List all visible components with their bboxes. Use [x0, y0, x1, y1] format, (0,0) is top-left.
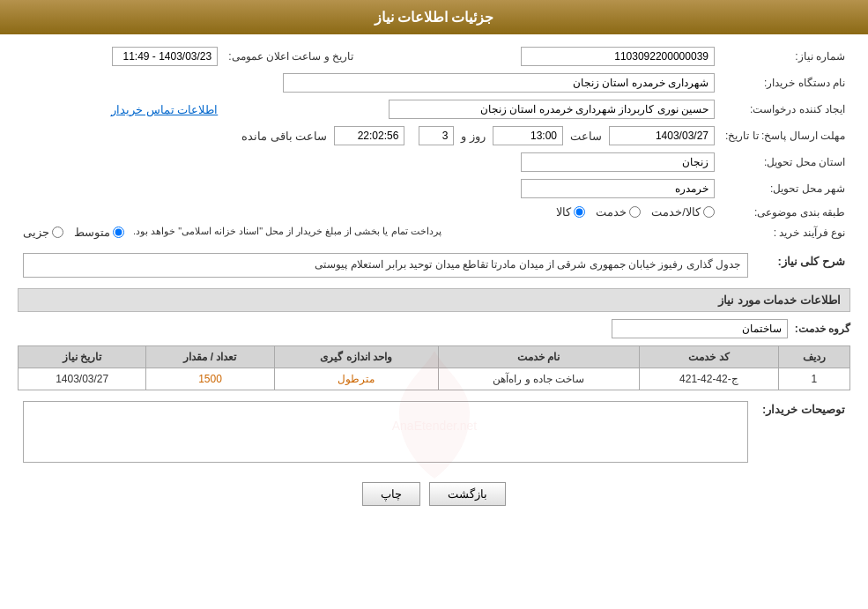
deadline-label: مهلت ارسال پاسخ: تا تاریخ: — [720, 123, 850, 149]
col-service-code: کد خدمت — [639, 346, 778, 368]
deadline-date-input[interactable] — [609, 126, 715, 145]
table-row: 1 ج-42-42-421 ساخت جاده و راه‌آهن مترطول… — [19, 368, 850, 390]
city-label: شهر محل تحویل: — [720, 175, 850, 202]
back-button[interactable]: بازگشت — [429, 482, 506, 506]
col-row-num: ردیف — [778, 346, 849, 368]
print-button[interactable]: چاپ — [362, 482, 420, 506]
deadline-time-label: ساعت — [570, 130, 602, 143]
request-number-label: شماره نیاز: — [720, 43, 850, 70]
purchase-type-jozi-label: جزیی — [23, 226, 49, 239]
deadline-time-input[interactable] — [493, 126, 563, 145]
category-kala[interactable]: کالا — [556, 205, 585, 219]
creator-input[interactable] — [389, 100, 715, 119]
cell-row-num: 1 — [778, 368, 849, 390]
buyer-org-input[interactable] — [283, 73, 715, 93]
page-title: جزئیات اطلاعات نیاز — [375, 10, 494, 25]
group-label: گروه خدمت: — [795, 323, 850, 335]
purchase-type-mottasat-label: متوسط — [74, 226, 110, 239]
city-input[interactable] — [521, 179, 715, 198]
purchase-type-label: نوع فرآیند خرید : — [720, 222, 850, 242]
date-input[interactable] — [112, 47, 218, 66]
purchase-type-jozi[interactable]: جزیی — [23, 226, 63, 239]
col-quantity: تعداد / مقدار — [146, 346, 274, 368]
services-section-header: اطلاعات خدمات مورد نیاز — [18, 288, 850, 312]
contact-link[interactable]: اطلاعات تماس خریدار — [111, 103, 218, 116]
description-box: جدول گذاری رفیوز خیابان جمهوری شرقی از م… — [23, 253, 748, 278]
col-service-name: نام خدمت — [438, 346, 639, 368]
cell-date: 1403/03/27 — [19, 368, 146, 390]
province-input[interactable] — [521, 152, 715, 172]
buyer-desc-label: توصیحات خریدار: — [762, 403, 845, 416]
page-header: جزئیات اطلاعات نیاز — [0, 0, 868, 34]
cell-service-name: ساخت جاده و راه‌آهن — [438, 368, 639, 390]
purchase-note: پرداخت تمام یا بخشی از مبلغ خریدار از مح… — [133, 226, 441, 237]
deadline-days-input[interactable] — [419, 126, 454, 145]
deadline-remaining-input[interactable] — [334, 126, 404, 145]
category-label: طبقه بندی موضوعی: — [720, 202, 850, 222]
description-label: شرح کلی نیاز: — [777, 255, 845, 268]
description-table: شرح کلی نیاز: جدول گذاری رفیوز خیابان جم… — [18, 249, 850, 281]
date-label: تاریخ و ساعت اعلان عمومی: — [223, 43, 362, 70]
purchase-type-mottasat[interactable]: متوسط — [74, 226, 124, 239]
col-unit: واحد اندازه گیری — [274, 346, 438, 368]
creator-label: ایجاد کننده درخواست: — [720, 96, 850, 123]
province-label: استان محل تحویل: — [720, 149, 850, 175]
deadline-days-label: روز و — [461, 130, 486, 143]
deadline-remaining-label: ساعت باقی مانده — [241, 130, 327, 143]
category-kala-khedmat-label: کالا/خدمت — [651, 205, 701, 219]
category-khedmat-label: خدمت — [596, 205, 627, 219]
col-date: تاریخ نیاز — [19, 346, 146, 368]
group-input[interactable] — [612, 319, 788, 338]
request-number-input[interactable] — [521, 47, 715, 66]
group-label-row: گروه خدمت: — [18, 319, 850, 338]
cell-unit: مترطول — [274, 368, 438, 390]
buyer-org-label: نام دستگاه خریدار: — [720, 70, 850, 96]
buyer-desc-textarea[interactable] — [23, 401, 748, 463]
button-row: بازگشت چاپ — [18, 482, 850, 506]
buyer-desc-table: توصیحات خریدار: — [18, 397, 850, 469]
services-table: ردیف کد خدمت نام خدمت واحد اندازه گیری ت… — [18, 345, 850, 390]
main-form: شماره نیاز: تاریخ و ساعت اعلان عمومی: نا… — [18, 43, 850, 242]
cell-service-code: ج-42-42-421 — [639, 368, 778, 390]
category-kala-khedmat[interactable]: کالا/خدمت — [651, 205, 715, 219]
category-kala-label: کالا — [556, 205, 571, 219]
cell-quantity: 1500 — [146, 368, 274, 390]
category-khedmat[interactable]: خدمت — [596, 205, 641, 219]
services-title: اطلاعات خدمات مورد نیاز — [718, 293, 841, 307]
